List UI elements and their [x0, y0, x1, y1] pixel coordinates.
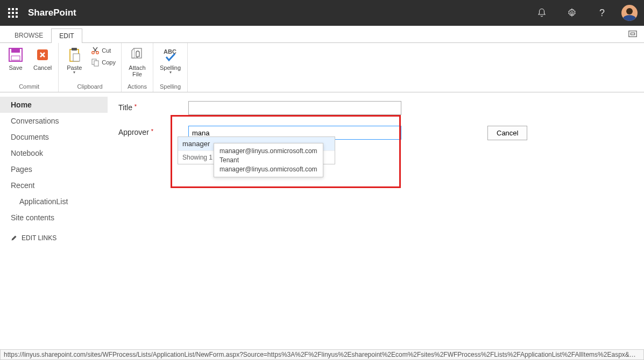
people-picker-tooltip: manager@linyus.onmicrosoft.com Tenant ma…: [214, 143, 323, 177]
paste-icon: [66, 46, 83, 63]
focus-content-icon[interactable]: [628, 29, 638, 40]
svg-rect-6: [8, 16, 10, 18]
nav-item-site-contents[interactable]: Site contents: [0, 210, 108, 226]
user-avatar[interactable]: [621, 5, 638, 21]
svg-rect-1: [12, 8, 14, 10]
svg-point-20: [96, 52, 99, 54]
nav-item-recent[interactable]: Recent: [0, 177, 108, 193]
cut-button[interactable]: Cut: [90, 45, 117, 56]
title-input[interactable]: [188, 101, 401, 115]
cancel-icon: [34, 46, 51, 63]
ribbon-group-spelling: ABC Spelling ▾ Spelling: [153, 43, 188, 92]
tab-browse[interactable]: BROWSE: [6, 28, 51, 42]
ribbon: Save Cancel Commit Paste ▾ Cut: [0, 43, 644, 92]
nav-item-conversations[interactable]: Conversations: [0, 113, 108, 129]
svg-rect-13: [11, 48, 20, 53]
tab-edit[interactable]: EDIT: [51, 28, 82, 43]
svg-rect-2: [16, 8, 18, 10]
attach-file-button[interactable]: Attach File: [126, 45, 148, 78]
svg-rect-8: [16, 16, 18, 18]
svg-rect-3: [8, 12, 10, 14]
nav-item-applicationlist[interactable]: ApplicationList: [0, 193, 108, 210]
svg-rect-0: [8, 8, 10, 10]
approver-label: Approver *: [118, 126, 188, 136]
ribbon-group-actions: Attach File Actions: [122, 43, 153, 92]
copy-button[interactable]: Copy: [90, 57, 117, 68]
edit-links-button[interactable]: EDIT LINKS: [0, 226, 108, 242]
svg-rect-4: [12, 12, 14, 14]
svg-rect-22: [94, 61, 98, 66]
save-icon: [7, 46, 24, 63]
spelling-icon: ABC: [162, 46, 179, 63]
form-cancel-button[interactable]: Cancel: [487, 126, 527, 140]
svg-rect-17: [72, 48, 77, 51]
svg-rect-7: [12, 16, 14, 18]
nav-item-home[interactable]: Home: [0, 97, 108, 113]
ribbon-tabs: BROWSE EDIT: [0, 26, 644, 43]
cancel-button[interactable]: Cancel: [31, 45, 54, 72]
svg-rect-10: [629, 31, 636, 37]
spelling-button[interactable]: ABC Spelling ▾: [158, 45, 183, 76]
svg-rect-5: [16, 12, 18, 14]
help-icon[interactable]: ?: [591, 0, 613, 26]
nav-item-notebook[interactable]: Notebook: [0, 145, 108, 161]
svg-point-9: [571, 12, 574, 15]
save-button[interactable]: Save: [4, 45, 27, 72]
ribbon-group-clipboard: Paste ▾ Cut Copy Clipboard: [59, 43, 122, 92]
settings-icon[interactable]: [561, 0, 583, 26]
notifications-icon[interactable]: [531, 0, 553, 26]
chevron-down-icon: ▾: [73, 70, 75, 75]
ribbon-group-commit: Save Cancel Commit: [0, 43, 59, 92]
svg-rect-18: [73, 54, 80, 61]
svg-point-19: [92, 52, 95, 54]
status-bar: https://linyus.sharepoint.com/sites/WFPr…: [0, 349, 644, 360]
title-label: Title *: [118, 101, 188, 112]
svg-rect-14: [11, 56, 20, 60]
form-area: Title * Approver * Cancel manager Showin…: [108, 92, 644, 246]
left-nav: Home Conversations Documents Notebook Pa…: [0, 92, 108, 246]
app-launcher-icon[interactable]: [4, 4, 22, 21]
paste-button[interactable]: Paste ▾: [63, 45, 86, 76]
attach-icon: [129, 46, 146, 63]
svg-rect-11: [631, 33, 634, 35]
suite-bar: SharePoint ?: [0, 0, 644, 26]
scissors-icon: [91, 46, 100, 55]
copy-icon: [91, 58, 100, 67]
brand-title: SharePoint: [28, 8, 76, 18]
chevron-down-icon: ▾: [169, 70, 172, 75]
nav-item-documents[interactable]: Documents: [0, 129, 108, 145]
pencil-icon: [11, 235, 17, 241]
nav-item-pages[interactable]: Pages: [0, 161, 108, 177]
